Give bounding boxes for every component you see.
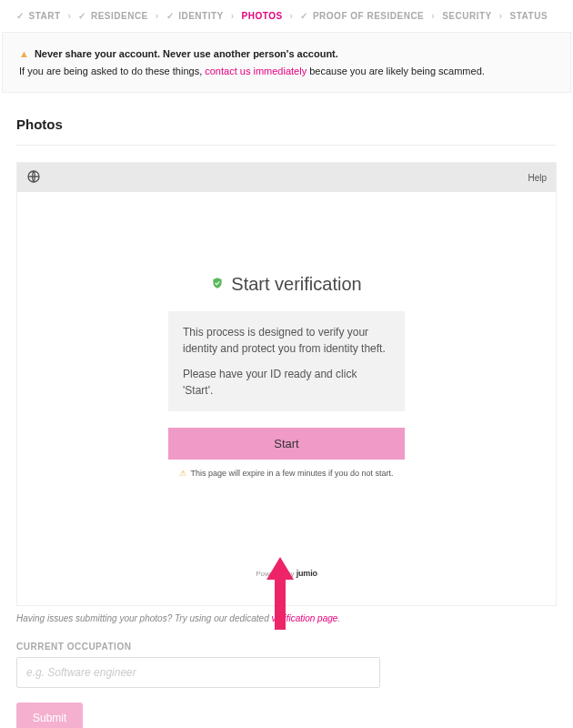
chevron-right-icon: › <box>290 11 294 21</box>
submission-hint: Having issues submitting your photos? Tr… <box>16 613 557 623</box>
check-icon: ✓ <box>166 11 175 21</box>
check-icon: ✓ <box>16 11 25 21</box>
check-icon: ✓ <box>300 11 308 21</box>
breadcrumb-step-security[interactable]: SECURITY <box>442 11 492 21</box>
widget-toolbar: Help <box>17 163 556 192</box>
divider <box>16 145 557 146</box>
photos-section: Photos Help Start verification This proc… <box>0 111 573 728</box>
globe-icon[interactable] <box>26 169 41 187</box>
section-title: Photos <box>16 116 557 132</box>
submit-button[interactable]: Submit <box>16 703 83 728</box>
breadcrumb-step-status[interactable]: STATUS <box>510 11 548 21</box>
breadcrumb-step-residence[interactable]: ✓RESIDENCE <box>78 11 147 21</box>
help-link[interactable]: Help <box>528 173 547 183</box>
breadcrumb-step-proof[interactable]: ✓PROOF OF RESIDENCE <box>300 11 424 21</box>
breadcrumb-step-start[interactable]: ✓START <box>16 11 61 21</box>
occupation-label: CURRENT OCCUPATION <box>16 642 557 652</box>
contact-link[interactable]: contact us immediately <box>205 66 307 76</box>
verification-page-link[interactable]: verification page <box>272 613 338 623</box>
verification-title: Start verification <box>211 274 361 295</box>
start-button[interactable]: Start <box>168 428 405 460</box>
warning-icon: ▲ <box>19 46 29 63</box>
warning-text: If you are being asked to do these thing… <box>19 63 554 80</box>
shield-check-icon <box>211 277 224 292</box>
warning-banner: ▲Never share your account. Never use ano… <box>2 32 571 93</box>
chevron-right-icon: › <box>231 11 235 21</box>
chevron-right-icon: › <box>156 11 159 21</box>
chevron-right-icon: › <box>68 11 72 21</box>
chevron-right-icon: › <box>431 11 435 21</box>
warning-title: Never share your account. Never use anot… <box>35 46 338 63</box>
occupation-input[interactable] <box>16 657 380 688</box>
warning-icon: ⚠ <box>179 469 186 478</box>
verification-description: This process is designed to verify your … <box>168 311 405 411</box>
check-icon: ✓ <box>78 11 86 21</box>
breadcrumb: ✓START › ✓RESIDENCE › ✓IDENTITY › PHOTOS… <box>0 0 573 32</box>
expire-notice: ⚠ This page will expire in a few minutes… <box>72 469 501 478</box>
chevron-right-icon: › <box>499 11 503 21</box>
widget-body: Start verification This process is desig… <box>17 192 556 605</box>
verification-widget: Help Start verification This process is … <box>16 162 557 606</box>
powered-by: Powered by jumio <box>72 569 501 578</box>
breadcrumb-step-identity[interactable]: ✓IDENTITY <box>166 11 224 21</box>
breadcrumb-step-photos[interactable]: PHOTOS <box>242 11 283 21</box>
